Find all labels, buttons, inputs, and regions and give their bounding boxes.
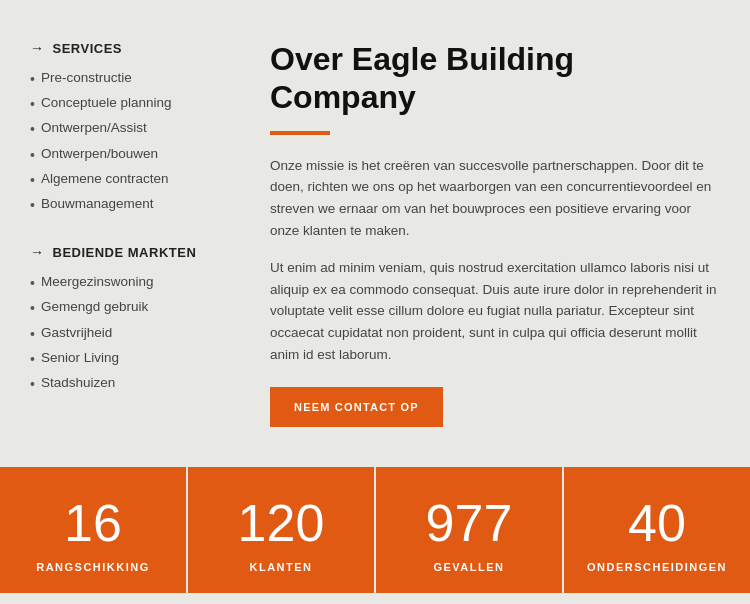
stat-number-2: 977: [396, 497, 542, 549]
page-title: Over Eagle Building Company: [270, 40, 720, 117]
stat-label-1: KLANTEN: [208, 561, 354, 573]
stat-box-2: 977 GEVALLEN: [376, 467, 564, 593]
stat-label-3: ONDERSCHEIDINGEN: [584, 561, 730, 573]
main-container: → SERVICES Pre-constructie Conceptuele p…: [0, 0, 750, 427]
arrow-icon: →: [30, 40, 45, 56]
paragraph-2: Ut enim ad minim veniam, quis nostrud ex…: [270, 257, 720, 365]
sidebar-markets-section: → BEDIENDE MARKTEN Meergezinswoning Geme…: [30, 244, 230, 393]
list-item: Stadshuizen: [30, 375, 230, 393]
stat-box-1: 120 KLANTEN: [188, 467, 376, 593]
sidebar: → SERVICES Pre-constructie Conceptuele p…: [30, 40, 230, 427]
markets-heading-label: BEDIENDE MARKTEN: [53, 245, 197, 260]
sidebar-services-section: → SERVICES Pre-constructie Conceptuele p…: [30, 40, 230, 214]
list-item: Conceptuele planning: [30, 95, 230, 113]
list-item: Ontwerpen/bouwen: [30, 146, 230, 164]
contact-button[interactable]: NEEM CONTACT OP: [270, 387, 443, 427]
list-item: Senior Living: [30, 350, 230, 368]
stats-bar: 16 RANGSCHIKKING 120 KLANTEN 977 GEVALLE…: [0, 467, 750, 593]
list-item: Gemengd gebruik: [30, 299, 230, 317]
markets-list: Meergezinswoning Gemengd gebruik Gastvri…: [30, 274, 230, 393]
stat-box-0: 16 RANGSCHIKKING: [0, 467, 188, 593]
services-heading: → SERVICES: [30, 40, 230, 56]
stat-label-0: RANGSCHIKKING: [20, 561, 166, 573]
arrow-icon-markets: →: [30, 244, 45, 260]
services-list: Pre-constructie Conceptuele planning Ont…: [30, 70, 230, 214]
stat-label-2: GEVALLEN: [396, 561, 542, 573]
stat-number-3: 40: [584, 497, 730, 549]
stat-number-1: 120: [208, 497, 354, 549]
list-item: Pre-constructie: [30, 70, 230, 88]
main-content: Over Eagle Building Company Onze missie …: [270, 40, 720, 427]
list-item: Bouwmanagement: [30, 196, 230, 214]
stat-number-0: 16: [20, 497, 166, 549]
paragraph-1: Onze missie is het creëren van succesvol…: [270, 155, 720, 241]
markets-heading: → BEDIENDE MARKTEN: [30, 244, 230, 260]
list-item: Gastvrijheid: [30, 325, 230, 343]
services-heading-label: SERVICES: [53, 41, 123, 56]
list-item: Meergezinswoning: [30, 274, 230, 292]
list-item: Algemene contracten: [30, 171, 230, 189]
orange-divider: [270, 131, 330, 135]
stat-box-3: 40 ONDERSCHEIDINGEN: [564, 467, 750, 593]
list-item: Ontwerpen/Assist: [30, 120, 230, 138]
